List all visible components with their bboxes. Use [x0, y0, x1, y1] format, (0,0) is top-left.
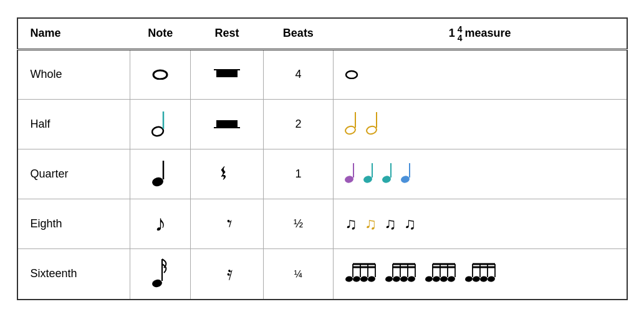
eighth-pair-1: ♫: [345, 214, 357, 234]
table-row: Half: [17, 99, 627, 149]
half-note-symbol: [151, 129, 169, 140]
svg-point-47: [448, 275, 456, 282]
note-cell: ♪: [130, 199, 191, 248]
quarter-note-1: [345, 161, 356, 187]
col-name-header: Name: [17, 18, 130, 50]
svg-rect-1: [216, 70, 238, 77]
whole-rest-symbol: [211, 72, 243, 83]
svg-point-56: [480, 275, 488, 282]
svg-point-14: [345, 175, 354, 184]
whole-note-measure: [345, 68, 358, 82]
beats-cell: 4: [263, 49, 334, 99]
svg-point-22: [151, 278, 163, 288]
svg-point-0: [153, 70, 167, 79]
svg-point-26: [360, 275, 368, 282]
name-cell: Eighth: [17, 199, 130, 248]
table-row: Eighth ♪ 𝄾 ½ ♫ ♫ ♫ ♫: [17, 199, 627, 248]
svg-point-27: [368, 275, 376, 282]
beats-cell: 1: [263, 149, 334, 199]
svg-point-10: [366, 125, 377, 135]
svg-point-20: [401, 175, 410, 184]
rest-cell: 𝄾: [191, 199, 263, 248]
svg-point-4: [151, 126, 165, 137]
col-note-header: Note: [130, 18, 191, 50]
note-cell: [130, 149, 191, 199]
name-cell: Sixteenth: [17, 248, 130, 300]
eighth-pair-4: ♫: [404, 214, 416, 234]
svg-point-18: [382, 175, 392, 184]
col-measure-header: 1 4 4 measure: [334, 18, 627, 50]
half-note-1: [345, 110, 358, 138]
svg-point-55: [473, 275, 481, 282]
eighth-pair-2: ♫: [365, 214, 377, 234]
half-rest-symbol: [211, 123, 243, 133]
svg-rect-7: [216, 120, 238, 128]
svg-point-3: [346, 71, 357, 78]
svg-point-44: [425, 275, 433, 282]
eighth-note-symbol: ♪: [155, 211, 166, 236]
music-table-container: Name Note Rest Beats 1 4 4 measure: [17, 17, 628, 300]
name-cell: Quarter: [17, 149, 130, 199]
sixteenth-group-2: [385, 262, 417, 286]
rest-cell: [191, 99, 263, 149]
note-cell: [130, 49, 191, 99]
col-beats-header: Beats: [263, 18, 334, 50]
measure-cell: [334, 49, 627, 99]
beats-cell: ½: [263, 199, 334, 248]
svg-point-12: [151, 176, 165, 187]
name-cell: Whole: [17, 49, 130, 99]
quarter-note-4: [401, 161, 412, 187]
quarter-note-symbol: [151, 179, 169, 190]
svg-point-24: [345, 275, 353, 282]
beats-cell: 2: [263, 99, 334, 149]
music-table: Name Note Rest Beats 1 4 4 measure: [17, 17, 628, 300]
note-cell: [130, 99, 191, 149]
measure-label: measure: [465, 27, 511, 40]
measure-cell: [334, 149, 627, 199]
svg-point-54: [465, 275, 473, 282]
svg-point-45: [433, 275, 441, 282]
svg-point-35: [393, 275, 401, 282]
svg-point-16: [363, 175, 373, 184]
beats-cell: ¼: [263, 248, 334, 300]
measure-cell: ♫ ♫ ♫ ♫: [334, 199, 627, 248]
svg-point-36: [400, 275, 408, 282]
svg-point-8: [345, 125, 356, 135]
table-row: Quarter 𝄽 1: [17, 149, 627, 199]
table-row: Whole: [17, 49, 627, 99]
measure-1-label: 1: [449, 27, 455, 40]
quarter-note-2: [363, 161, 375, 187]
svg-point-46: [440, 275, 448, 282]
time-signature: 4 4: [458, 25, 463, 42]
svg-point-34: [385, 275, 393, 282]
svg-point-37: [408, 275, 416, 282]
whole-note-symbol: [151, 71, 170, 82]
svg-point-57: [488, 275, 496, 282]
measure-cell: [334, 99, 627, 149]
name-cell: Half: [17, 99, 130, 149]
measure-cell: [334, 248, 627, 300]
col-rest-header: Rest: [191, 18, 263, 50]
table-row: Sixteenth 𝄿: [17, 248, 627, 300]
half-note-2: [366, 110, 380, 138]
svg-point-25: [353, 275, 361, 282]
eighth-pair-3: ♫: [384, 214, 396, 234]
sixteenth-note-symbol: [151, 280, 169, 291]
rest-cell: 𝄽: [191, 149, 263, 199]
rest-cell: [191, 49, 263, 99]
sixteenth-group-1: [345, 262, 377, 286]
sixteenth-group-3: [425, 262, 457, 286]
rest-cell: 𝄿: [191, 248, 263, 300]
sixteenth-group-4: [464, 262, 497, 286]
note-cell: [130, 248, 191, 300]
quarter-note-3: [382, 161, 393, 187]
